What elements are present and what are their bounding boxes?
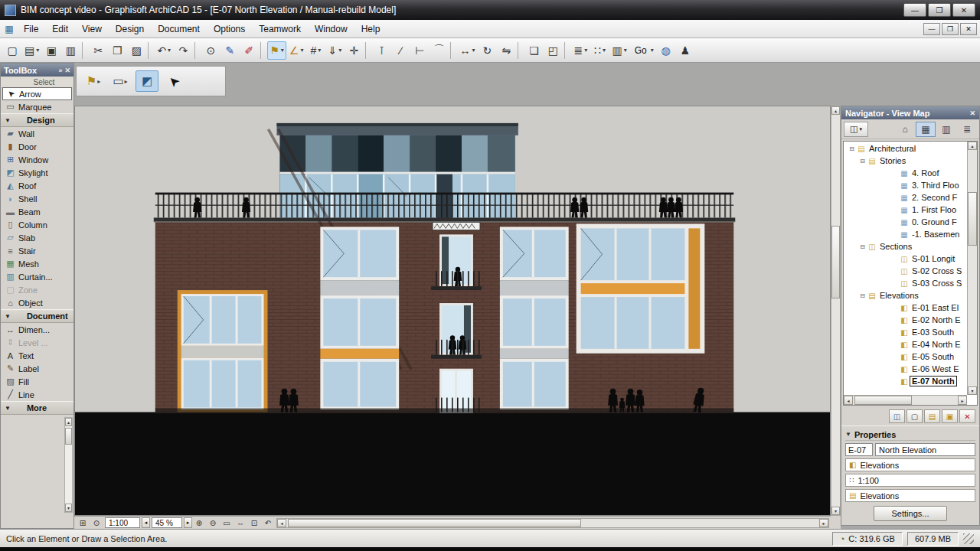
tool-door[interactable]: ▮ Door <box>1 140 74 153</box>
document-options-button[interactable]: ▥ ▾ <box>609 41 629 60</box>
tool-wall[interactable]: ▰ Wall <box>1 127 74 140</box>
tree-vertical-scrollbar[interactable]: ▴ ▾ <box>967 142 977 395</box>
scroll-left-icon[interactable]: ◂ <box>844 396 853 405</box>
toolbox-close-icon[interactable]: ✕ <box>64 67 70 74</box>
tree-item[interactable]: ◧ E-07 North <box>844 375 966 387</box>
canvas-horizontal-scrollbar[interactable]: ◂ ▸ <box>276 518 829 528</box>
tool-label[interactable]: ✎ Label <box>1 362 74 375</box>
cut-button[interactable]: ✂ <box>89 41 107 60</box>
tree-item[interactable]: ◧ E-06 West E <box>844 363 966 375</box>
tree-item[interactable]: ⊟ ◫ Sections <box>844 240 966 253</box>
scrollbar-thumb[interactable] <box>65 428 72 445</box>
mdi-minimize-button[interactable]: — <box>923 23 940 35</box>
scroll-up-icon[interactable]: ▴ <box>65 418 72 426</box>
tree-item[interactable]: ⊟ ▤ Architectural <box>844 142 966 155</box>
gravity-button[interactable]: ⇓ ▾ <box>325 41 344 60</box>
navigator-header[interactable]: Navigator - View Map ✕ <box>841 106 979 119</box>
toolbox-section-design[interactable]: ▼ Design <box>1 113 74 127</box>
tree-item[interactable]: ⊟ ▤ Stories <box>844 155 966 167</box>
expander-icon[interactable]: ⊟ <box>858 292 867 299</box>
tool-object[interactable]: ⌂ Object <box>1 296 74 309</box>
tree-item[interactable]: ▦ 4. Roof <box>844 167 966 179</box>
tool-roof[interactable]: ◭ Roof <box>1 179 74 192</box>
toolbox-scrollbar[interactable]: ▴ ▾ <box>64 417 73 513</box>
toolbox-section-select[interactable]: Select <box>1 77 74 87</box>
toolbox-header[interactable]: ToolBox » ✕ <box>1 64 74 77</box>
tool-window[interactable]: ⊞ Window <box>1 153 74 166</box>
layers-button[interactable]: ≣ ▾ <box>571 41 590 60</box>
save-button[interactable]: ▣ <box>42 41 60 60</box>
tool-stair[interactable]: ≡ Stair <box>1 244 74 257</box>
scroll-down-icon[interactable]: ▾ <box>831 507 840 515</box>
scrollbar-thumb[interactable] <box>968 192 977 246</box>
mirror-button[interactable]: ⇋ <box>497 41 515 60</box>
arrow-options-button[interactable]: ⚑ ▸ <box>82 70 105 92</box>
quick-options-button[interactable]: ⊞ <box>76 517 90 529</box>
scrollbar-thumb[interactable] <box>288 519 581 527</box>
tree-item[interactable]: ◧ E-03 South <box>844 326 966 338</box>
menu-window[interactable]: Window <box>308 21 354 37</box>
tool-skylight[interactable]: ◩ Skylight <box>1 166 74 179</box>
arrow-cursor-button[interactable]: ➤ <box>162 70 185 92</box>
tree-item[interactable]: ▦ -1. Basemen <box>844 228 966 240</box>
drawing-scale-display[interactable]: 1:100 <box>105 517 140 528</box>
trim-button[interactable]: ⊺ <box>372 41 390 60</box>
tree-item[interactable]: ◧ E-02 North E <box>844 314 966 326</box>
scroll-up-icon[interactable]: ▴ <box>968 142 977 150</box>
minimize-button[interactable]: — <box>903 3 926 17</box>
canvas-vertical-scrollbar[interactable]: ▴ ▾ <box>831 106 841 516</box>
zoom-step-up-button[interactable]: ▸ <box>184 517 192 528</box>
properties-header[interactable]: ▼ Properties <box>845 429 975 441</box>
close-button[interactable]: ✕ <box>952 3 975 17</box>
zoom-box-button[interactable]: ▭ <box>220 517 234 529</box>
scroll-right-icon[interactable]: ▸ <box>819 519 828 527</box>
pan-button[interactable]: ⇔ <box>234 517 247 529</box>
scrollbar-track[interactable] <box>853 396 958 405</box>
new-document-button[interactable]: ▢ <box>3 41 21 60</box>
tool-zone[interactable]: ▢ Zone <box>1 283 74 296</box>
expander-icon[interactable]: ⊟ <box>848 145 856 152</box>
menu-document[interactable]: Document <box>151 21 207 37</box>
copy-button[interactable]: ❐ <box>108 41 126 60</box>
resize-grip[interactable] <box>963 533 974 544</box>
fillet-button[interactable]: ⌒ <box>430 41 448 60</box>
drawing-canvas[interactable] <box>74 106 831 516</box>
user-button[interactable]: ♟ <box>676 41 694 60</box>
toolbox-section-document[interactable]: ▼ Document <box>1 309 74 323</box>
grid-snap-button[interactable]: # ▾ <box>306 41 325 60</box>
tree-item[interactable]: ◫ S-03 Cross S <box>844 277 966 289</box>
property-row[interactable]: ∷ 1:100 <box>845 474 975 487</box>
scroll-left-icon[interactable]: ◂ <box>277 519 286 527</box>
tool-beam[interactable]: ▬ Beam <box>1 205 74 218</box>
favorites-button[interactable]: ⚑ ▾ <box>267 41 286 60</box>
tree-item[interactable]: ◧ E-04 North E <box>844 338 966 350</box>
teamwork-button[interactable]: ◍ <box>657 41 675 60</box>
tool-line[interactable]: ╱ Line <box>1 388 74 401</box>
go-button[interactable]: Go ▾ <box>630 41 656 60</box>
toolbox-options-icon[interactable]: » <box>58 67 62 74</box>
group-button[interactable]: ❏ <box>524 41 543 60</box>
scroll-down-icon[interactable]: ▾ <box>968 386 977 395</box>
menu-file[interactable]: File <box>17 21 45 37</box>
tree-item[interactable]: ◫ S-01 Longit <box>844 253 966 265</box>
tool-text[interactable]: A Text <box>1 349 74 362</box>
inject-parameters-button[interactable]: ✐ <box>240 41 258 60</box>
property-row[interactable]: ▤ Elevations <box>845 489 975 502</box>
open-button[interactable]: ▤ ▾ <box>22 41 41 60</box>
scroll-right-icon[interactable]: ▸ <box>958 396 967 405</box>
scrollbar-track[interactable] <box>286 519 819 527</box>
previous-zoom-button[interactable]: ↶ <box>261 517 275 529</box>
navigator-close-icon[interactable]: ✕ <box>969 109 975 117</box>
scrollbar-thumb[interactable] <box>831 226 840 298</box>
menu-help[interactable]: Help <box>354 21 387 37</box>
cursor-snap-button[interactable]: ✛ <box>345 41 363 60</box>
project-chooser-button[interactable]: ◫ ▾ <box>844 122 868 137</box>
tree-item[interactable]: ◧ E-05 South <box>844 350 966 363</box>
selection-highlight-button[interactable]: ◩ <box>136 70 158 92</box>
scrollbar-track[interactable] <box>968 150 977 386</box>
property-row[interactable]: ◧ Elevations <box>845 458 975 471</box>
split-button[interactable]: ∕ <box>391 41 410 60</box>
tree-horizontal-scrollbar[interactable]: ◂ ▸ <box>844 395 967 405</box>
guide-lines-button[interactable]: ∠ ▾ <box>287 41 306 60</box>
expander-icon[interactable]: ⊟ <box>858 243 867 250</box>
